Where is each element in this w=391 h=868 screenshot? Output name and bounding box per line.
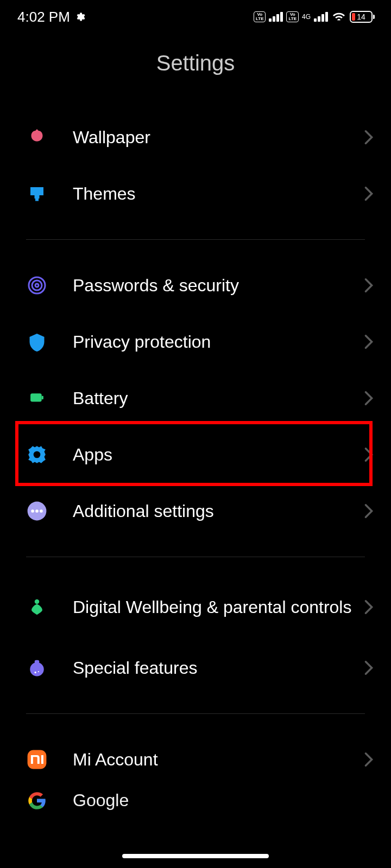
wifi-icon [331, 11, 346, 23]
svg-rect-12 [35, 660, 40, 664]
section-divider [26, 713, 365, 714]
network-type-label: 4G [302, 14, 311, 20]
settings-item-special-features[interactable]: Special features [0, 640, 391, 696]
apps-gear-icon [26, 444, 48, 465]
settings-item-label: Mi Account [73, 749, 364, 770]
settings-status-icon [74, 11, 85, 22]
svg-rect-15 [28, 750, 47, 769]
chevron-right-icon [364, 391, 374, 406]
home-indicator[interactable] [122, 854, 269, 858]
settings-item-wellbeing[interactable]: Digital Wellbeing & parental controls [0, 575, 391, 640]
battery-indicator: 14 [350, 11, 375, 23]
svg-point-2 [35, 284, 39, 287]
settings-item-label: Google [73, 790, 374, 810]
settings-item-label: Battery [73, 388, 364, 409]
settings-item-label: Digital Wellbeing & parental controls [73, 596, 364, 618]
chevron-right-icon [364, 130, 374, 145]
fingerprint-icon [26, 275, 48, 296]
status-left: 4:02 PM [17, 9, 85, 25]
google-logo-icon [26, 790, 48, 812]
wellbeing-icon [26, 596, 48, 618]
settings-item-label: Apps [73, 444, 364, 465]
chevron-right-icon [364, 334, 374, 349]
svg-point-10 [35, 599, 40, 604]
svg-rect-4 [42, 396, 43, 400]
themes-icon [26, 183, 48, 205]
svg-point-11 [30, 662, 44, 676]
settings-item-themes[interactable]: Themes [0, 165, 391, 222]
svg-point-5 [34, 451, 41, 458]
settings-item-mi-account[interactable]: Mi Account [0, 731, 391, 788]
chevron-right-icon [364, 278, 374, 293]
chevron-right-icon [364, 186, 374, 201]
chevron-right-icon [364, 660, 374, 675]
settings-item-passwords-security[interactable]: Passwords & security [0, 257, 391, 314]
chevron-right-icon [364, 599, 374, 615]
mi-logo-icon [26, 749, 48, 770]
chevron-right-icon [364, 447, 374, 462]
page-title: Settings [0, 51, 391, 75]
section-divider [26, 557, 365, 557]
section-divider [26, 239, 365, 240]
settings-item-label: Themes [73, 183, 364, 204]
svg-point-9 [40, 509, 43, 513]
settings-item-label: Privacy protection [73, 331, 364, 352]
shield-icon [26, 331, 48, 353]
svg-rect-3 [30, 393, 42, 401]
signal-bars-1 [269, 12, 283, 22]
chevron-right-icon [364, 503, 374, 519]
svg-point-1 [32, 280, 42, 290]
status-right: VoLTE VoLTE 4G 14 [254, 11, 375, 23]
volte-icon-2: VoLTE [286, 11, 299, 22]
settings-item-privacy[interactable]: Privacy protection [0, 314, 391, 370]
settings-item-label: Wallpaper [73, 127, 364, 148]
settings-item-additional[interactable]: Additional settings [0, 483, 391, 539]
more-icon [26, 500, 48, 522]
svg-point-13 [34, 672, 36, 673]
battery-icon [26, 387, 48, 409]
svg-point-14 [38, 671, 39, 672]
settings-item-google[interactable]: Google [0, 788, 391, 820]
settings-item-apps[interactable]: Apps [0, 426, 391, 483]
settings-item-label: Passwords & security [73, 275, 364, 296]
chevron-right-icon [364, 752, 374, 767]
status-bar: 4:02 PM VoLTE VoLTE 4G 14 [0, 0, 391, 34]
settings-item-battery[interactable]: Battery [0, 370, 391, 426]
signal-bars-2 [314, 12, 328, 22]
svg-point-7 [31, 509, 34, 513]
battery-pct: 14 [357, 12, 365, 21]
settings-item-wallpaper[interactable]: Wallpaper [0, 109, 391, 165]
svg-point-8 [35, 509, 39, 513]
volte-icon-1: VoLTE [254, 11, 266, 22]
settings-item-label: Additional settings [73, 501, 364, 521]
wallpaper-icon [26, 126, 48, 148]
clock-text: 4:02 PM [17, 9, 70, 25]
settings-item-label: Special features [73, 658, 364, 678]
flask-icon [26, 657, 48, 679]
